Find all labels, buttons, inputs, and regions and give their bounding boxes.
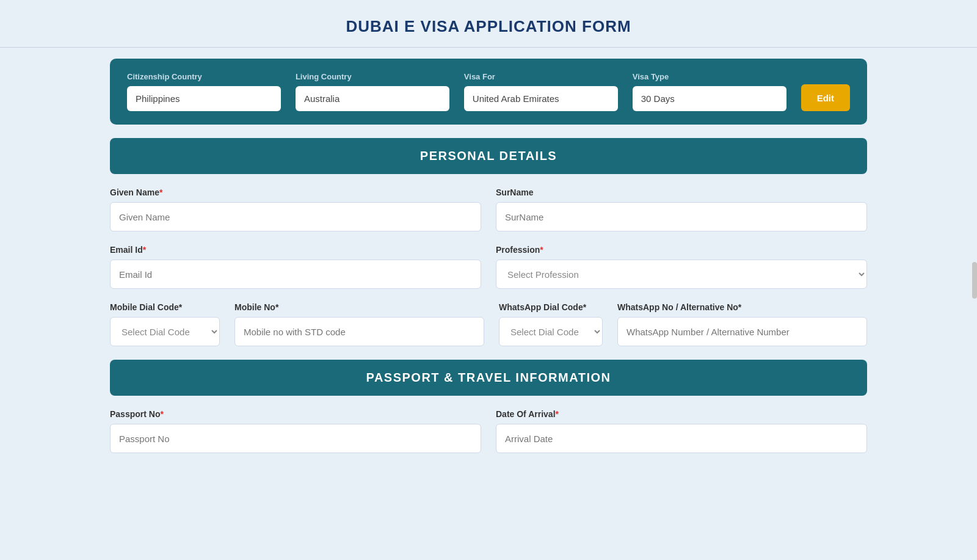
date-of-arrival-group: Date Of Arrival* (496, 409, 867, 453)
given-name-group: Given Name* (110, 187, 481, 231)
profession-label: Profession* (496, 245, 867, 255)
page-title: DUBAI E VISA APPLICATION FORM (0, 0, 977, 47)
email-group: Email Id* (110, 245, 481, 289)
surname-label: SurName (496, 187, 867, 197)
mobile-dialcode-select[interactable]: Select Dial Code +1 +44 +61 +63 +971 (110, 317, 220, 346)
whatsapp-dialcode-select[interactable]: Select Dial Code +1 +44 +61 +63 +971 (499, 317, 603, 346)
citizenship-country-field: Citizenship Country (127, 72, 281, 111)
profession-select[interactable]: Select Profession Engineer Doctor Teache… (496, 260, 867, 289)
whatsapp-no-input[interactable] (617, 317, 867, 346)
mobile-no-group: Mobile No* (234, 302, 484, 346)
date-of-arrival-input[interactable] (496, 424, 867, 453)
email-input[interactable] (110, 260, 481, 289)
personal-details-header: PERSONAL DETAILS (110, 138, 867, 174)
surname-input[interactable] (496, 202, 867, 231)
info-card: Citizenship Country Living Country Visa … (110, 59, 867, 125)
citizenship-country-input[interactable] (127, 86, 281, 111)
profession-group: Profession* Select Profession Engineer D… (496, 245, 867, 289)
mobile-no-input[interactable] (234, 317, 484, 346)
main-container: Citizenship Country Living Country Visa … (85, 59, 892, 491)
surname-group: SurName (496, 187, 867, 231)
whatsapp-dialcode-label: WhatsApp Dial Code* (499, 302, 603, 312)
given-name-input[interactable] (110, 202, 481, 231)
visa-for-input[interactable] (464, 86, 618, 111)
email-label: Email Id* (110, 245, 481, 255)
mobile-no-label: Mobile No* (234, 302, 484, 312)
passport-no-group: Passport No* (110, 409, 481, 453)
passport-no-input[interactable] (110, 424, 481, 453)
visa-type-field: Visa Type (633, 72, 786, 111)
living-country-label: Living Country (296, 72, 449, 81)
visa-type-label: Visa Type (633, 72, 786, 81)
whatsapp-no-group: WhatsApp No / Alternative No* (617, 302, 867, 346)
passport-no-label: Passport No* (110, 409, 481, 419)
citizenship-country-label: Citizenship Country (127, 72, 281, 81)
scrollbar[interactable] (972, 262, 977, 299)
given-name-label: Given Name* (110, 187, 481, 197)
mobile-dialcode-label: Mobile Dial Code* (110, 302, 220, 312)
date-of-arrival-label: Date Of Arrival* (496, 409, 867, 419)
visa-type-input[interactable] (633, 86, 786, 111)
email-profession-row: Email Id* Profession* Select Profession … (110, 245, 867, 289)
mobile-dialcode-group: Mobile Dial Code* Select Dial Code +1 +4… (110, 302, 220, 346)
living-country-input[interactable] (296, 86, 449, 111)
visa-for-field: Visa For (464, 72, 618, 111)
name-row: Given Name* SurName (110, 187, 867, 231)
edit-button[interactable]: Edit (801, 84, 850, 111)
header-divider (0, 47, 977, 48)
phone-whatsapp-row: Mobile Dial Code* Select Dial Code +1 +4… (110, 302, 867, 346)
visa-for-label: Visa For (464, 72, 618, 81)
whatsapp-dialcode-group: WhatsApp Dial Code* Select Dial Code +1 … (499, 302, 603, 346)
passport-arrival-row: Passport No* Date Of Arrival* (110, 409, 867, 453)
passport-travel-header: PASSPORT & TRAVEL INFORMATION (110, 360, 867, 396)
whatsapp-no-label: WhatsApp No / Alternative No* (617, 302, 867, 312)
living-country-field: Living Country (296, 72, 449, 111)
